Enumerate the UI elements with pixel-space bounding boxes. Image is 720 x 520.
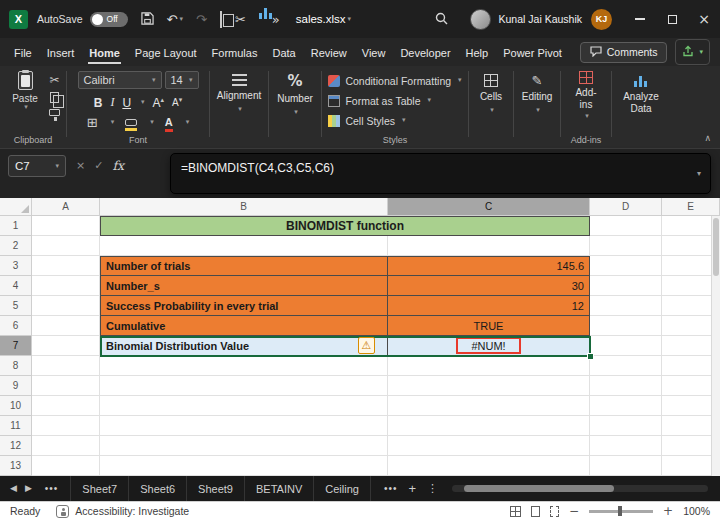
row-header-4[interactable]: 4	[0, 276, 32, 296]
cell-D10[interactable]	[590, 396, 662, 416]
cell-A9[interactable]	[32, 376, 100, 396]
tab-insert[interactable]: Insert	[46, 41, 76, 64]
normal-view-icon[interactable]	[510, 506, 521, 517]
page-layout-view-icon[interactable]	[531, 506, 540, 517]
redo-icon[interactable]: ↷	[196, 13, 207, 26]
tab-data[interactable]: Data	[271, 41, 296, 64]
horizontal-scrollbar-thumb[interactable]	[464, 485, 614, 492]
sheet-tab-sheet7[interactable]: Sheet7	[70, 476, 129, 501]
maximize-button[interactable]	[656, 0, 688, 38]
cell-C7-active[interactable]: #NUM!	[388, 336, 590, 356]
format-as-table-button[interactable]: Format as Table ▾	[328, 92, 461, 109]
zoom-slider[interactable]	[589, 510, 653, 513]
cancel-icon[interactable]: ×	[76, 160, 85, 171]
tab-page-layout[interactable]: Page Layout	[134, 41, 198, 64]
cell-C11[interactable]	[388, 416, 590, 436]
filename-dropdown-icon[interactable]: ▾	[348, 16, 352, 23]
tab-home[interactable]: Home	[88, 41, 121, 64]
enter-icon[interactable]: ✓	[94, 160, 103, 171]
analyze-data-button[interactable]: Analyze Data	[608, 66, 674, 114]
search-icon[interactable]	[435, 12, 448, 27]
cell-D3[interactable]	[590, 256, 662, 276]
collapse-ribbon-icon[interactable]: ∧	[704, 134, 711, 143]
document-title[interactable]: sales.xlsx	[296, 13, 346, 25]
editing-button[interactable]: ✎ Editing ▾	[513, 66, 562, 114]
sheet-overflow-left-icon[interactable]: •••	[45, 483, 59, 494]
row-header-3[interactable]: 3	[0, 256, 32, 276]
cell-D1[interactable]	[590, 216, 662, 236]
cell-A4[interactable]	[32, 276, 100, 296]
cell-B10[interactable]	[100, 396, 388, 416]
conditional-formatting-button[interactable]: Conditional Formatting ▾	[328, 72, 461, 89]
row-header-8[interactable]: 8	[0, 356, 32, 376]
sheet-options-icon[interactable]: ⋮	[427, 483, 438, 494]
cell-D9[interactable]	[590, 376, 662, 396]
cell-C6[interactable]: TRUE	[388, 316, 590, 336]
sheet-tab-sheet9[interactable]: Sheet9	[187, 476, 245, 501]
italic-button[interactable]: I	[110, 95, 114, 110]
alignment-button[interactable]: Alignment ▾	[208, 66, 270, 113]
add-sheet-button[interactable]: +	[408, 481, 416, 496]
row-header-1[interactable]: 1	[0, 216, 32, 236]
page-break-view-icon[interactable]	[550, 506, 559, 517]
minimize-button[interactable]	[624, 0, 656, 38]
error-warning-icon[interactable]: ⚠	[358, 337, 375, 354]
underline-button[interactable]: U	[122, 96, 131, 110]
sheet-overflow-right-icon[interactable]: •••	[384, 483, 398, 494]
cell-D4[interactable]	[590, 276, 662, 296]
cell-A11[interactable]	[32, 416, 100, 436]
vertical-scrollbar[interactable]	[711, 216, 720, 476]
tab-help[interactable]: Help	[465, 41, 490, 64]
cell-D8[interactable]	[590, 356, 662, 376]
undo-dropdown-icon[interactable]: ▾	[179, 16, 183, 23]
zoom-slider-thumb[interactable]	[618, 506, 622, 516]
number-button[interactable]: % Number ▾	[268, 66, 322, 116]
cell-B6[interactable]: Cumulative	[100, 316, 388, 336]
vertical-scrollbar-thumb[interactable]	[713, 218, 719, 276]
row-header-12[interactable]: 12	[0, 436, 32, 456]
cell-A1[interactable]	[32, 216, 100, 236]
row-header-6[interactable]: 6	[0, 316, 32, 336]
row-header-11[interactable]: 11	[0, 416, 32, 436]
accessibility-icon[interactable]	[56, 505, 69, 518]
cell-A12[interactable]	[32, 436, 100, 456]
bold-button[interactable]: B	[94, 96, 103, 110]
cell-B2[interactable]	[100, 236, 388, 256]
horizontal-scrollbar[interactable]	[452, 485, 708, 492]
copy-icon[interactable]	[50, 92, 59, 103]
row-header-13[interactable]: 13	[0, 456, 32, 476]
cell-D2[interactable]	[590, 236, 662, 256]
addins-button[interactable]: Add-ins ▾	[561, 66, 611, 120]
cell-C10[interactable]	[388, 396, 590, 416]
font-color-icon[interactable]: A	[165, 117, 173, 128]
sheet-tab-betainv[interactable]: BETAINV	[245, 476, 314, 501]
save-icon[interactable]	[141, 12, 154, 27]
font-size-select[interactable]: 14 ▾	[165, 71, 199, 89]
cell-B8[interactable]	[100, 356, 388, 376]
cell-B7[interactable]: Binomial Distribution Value	[100, 336, 388, 356]
borders-icon[interactable]: ⊞	[87, 116, 98, 129]
cell-D6[interactable]	[590, 316, 662, 336]
cell-A13[interactable]	[32, 456, 100, 476]
cell-title-B1[interactable]: BINOMDIST function	[100, 216, 590, 236]
cell-A2[interactable]	[32, 236, 100, 256]
cell-C8[interactable]	[388, 356, 590, 376]
cut-icon[interactable]: ✂	[49, 74, 59, 86]
cell-A3[interactable]	[32, 256, 100, 276]
row-header-10[interactable]: 10	[0, 396, 32, 416]
qat-cut-icon[interactable]: ✂	[235, 13, 246, 26]
formula-input[interactable]: =BINOMDIST(C4,C3,C5,C6) ▾	[170, 153, 711, 194]
row-header-7[interactable]: 7	[0, 336, 32, 356]
cell-D7[interactable]	[590, 336, 662, 356]
cell-styles-button[interactable]: Cell Styles ▾	[328, 112, 461, 129]
cell-C4[interactable]: 30	[388, 276, 590, 296]
tab-view[interactable]: View	[361, 41, 387, 64]
cell-C9[interactable]	[388, 376, 590, 396]
cell-B3[interactable]: Number of trials	[100, 256, 388, 276]
zoom-in-icon[interactable]: +	[663, 505, 673, 517]
accessibility-status[interactable]: Accessibility: Investigate	[75, 505, 189, 517]
autosave-toggle[interactable]: Off	[90, 12, 128, 27]
cell-B5[interactable]: Success Probability in every trial	[100, 296, 388, 316]
share-button[interactable]: ▾	[675, 39, 710, 65]
cell-C3[interactable]: 145.6	[388, 256, 590, 276]
